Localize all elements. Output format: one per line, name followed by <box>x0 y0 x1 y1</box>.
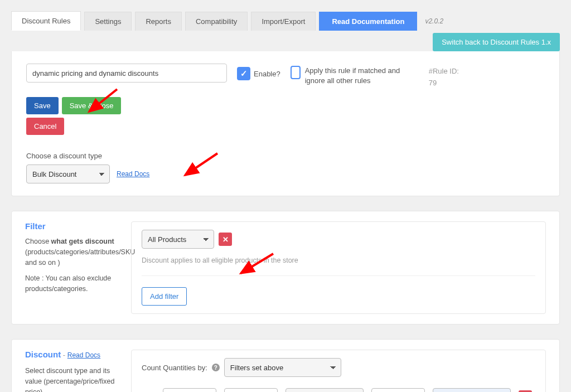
tabs-bar: Discount Rules Settings Reports Compatib… <box>11 11 560 51</box>
drag-handle-icon[interactable]: ≡ <box>142 388 155 392</box>
ignore-others-label: Apply this rule if matched and ignore al… <box>305 66 419 86</box>
title-column-input[interactable] <box>433 388 511 392</box>
discount-type-docs-link[interactable]: Read Docs <box>117 170 149 178</box>
divider <box>142 275 535 276</box>
filter-title: Filter <box>25 221 123 231</box>
max-qty-input[interactable] <box>224 388 278 392</box>
count-quantities-label: Count Quantities by: <box>142 364 207 372</box>
range-row: ≡ Minimum Quantity Maximum Quantity Perc… <box>142 388 535 392</box>
filter-type-select[interactable]: All Products <box>142 230 214 249</box>
save-button[interactable]: Save <box>26 97 59 114</box>
rule-name-input[interactable] <box>26 64 227 83</box>
discount-type-label: Choose a discount type <box>26 152 545 160</box>
cancel-button[interactable]: Cancel <box>26 118 64 135</box>
save-close-button[interactable]: Save & Close <box>62 97 122 114</box>
enable-label: Enable? <box>254 70 280 78</box>
version-label: v2.0.2 <box>425 17 443 25</box>
enable-checkbox[interactable]: ✓ <box>237 67 250 80</box>
filter-remove-button[interactable]: ✕ <box>219 233 232 246</box>
tab-discount-rules[interactable]: Discount Rules <box>11 11 81 31</box>
rule-header-panel: ✓ Enable? Apply this rule if matched and… <box>11 51 560 196</box>
filter-note: Note : You can also exclude products/cat… <box>25 273 123 294</box>
discount-docs-link[interactable]: Read Docs <box>67 351 100 359</box>
help-icon[interactable]: ? <box>212 364 220 371</box>
rule-id: #Rule ID: 79 <box>429 67 459 87</box>
filter-applies-text: Discount applies to all eligible product… <box>142 257 535 264</box>
filter-help: Choose what gets discount (products/cate… <box>25 236 123 268</box>
discount-value-input[interactable] <box>371 388 425 392</box>
discount-type-row-select[interactable]: Percentage discount <box>286 388 364 392</box>
tab-read-documentation[interactable]: Read Documentation <box>319 12 417 31</box>
tab-import-export[interactable]: Import/Export <box>251 12 316 31</box>
discount-title: Discount <box>25 350 61 359</box>
min-qty-input[interactable] <box>163 388 216 392</box>
tab-settings[interactable]: Settings <box>84 12 132 31</box>
add-filter-button[interactable]: Add filter <box>142 287 187 306</box>
filter-block: Filter Choose what gets discount (produc… <box>11 211 560 325</box>
tab-compatibility[interactable]: Compatibility <box>185 12 248 31</box>
count-quantities-select[interactable]: Filters set above <box>224 358 341 377</box>
discount-help: Select discount type and its value (perc… <box>25 366 123 392</box>
discount-block: Discount - Read Docs Select discount typ… <box>11 339 560 392</box>
switch-back-button[interactable]: Switch back to Discount Rules 1.x <box>433 33 560 51</box>
ignore-others-checkbox[interactable] <box>291 66 301 79</box>
discount-type-select[interactable]: Bulk Discount <box>26 164 110 183</box>
tab-reports[interactable]: Reports <box>135 12 182 31</box>
